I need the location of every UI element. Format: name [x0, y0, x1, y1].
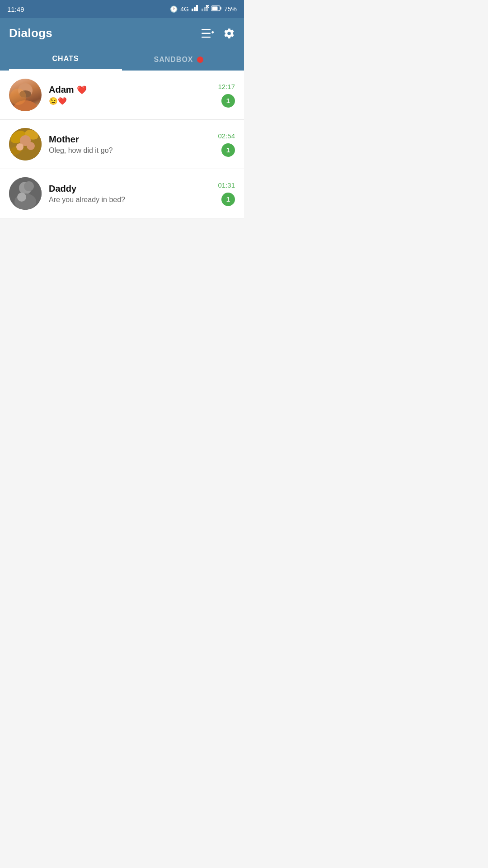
header-actions	[202, 28, 235, 39]
svg-rect-12	[202, 33, 211, 34]
status-right: 🕐 4G 75%	[170, 5, 237, 14]
battery-label: 75%	[224, 5, 237, 13]
chat-item-mother[interactable]: Mother Oleg, how did it go? 02:54 1	[0, 120, 244, 169]
sandbox-notification-dot	[197, 57, 203, 63]
svg-marker-4	[204, 7, 206, 11]
chat-time-daddy: 01:31	[218, 181, 235, 189]
chat-list: Adam ❤️ 😉❤️ 12:17 1	[0, 71, 244, 218]
svg-point-27	[16, 143, 23, 151]
chat-name-mother: Mother	[49, 134, 79, 145]
battery-icon	[211, 5, 221, 13]
chat-content-mother: Mother Oleg, how did it go?	[49, 134, 213, 155]
unread-badge-adam: 1	[221, 94, 235, 108]
svg-marker-2	[196, 5, 198, 11]
tabs: CHATS SANDBOX	[9, 48, 235, 71]
status-time: 11:49	[7, 5, 24, 13]
signal-x-icon	[202, 5, 209, 14]
svg-point-32	[24, 181, 34, 191]
clock-icon: 🕐	[170, 5, 178, 13]
avatar-mother	[9, 128, 42, 160]
signal-icon	[192, 5, 199, 14]
chat-name-adam: Adam	[49, 85, 74, 95]
svg-rect-11	[202, 29, 211, 30]
chat-name-row-adam: Adam ❤️	[49, 85, 213, 95]
chat-content-daddy: Daddy Are you already in bed?	[49, 184, 213, 204]
chat-time-mother: 02:54	[218, 132, 235, 140]
network-label: 4G	[180, 5, 189, 13]
svg-point-19	[10, 89, 26, 105]
chat-name-row-mother: Mother	[49, 134, 213, 145]
unread-badge-mother: 1	[221, 143, 235, 157]
tab-sandbox[interactable]: SANDBOX	[122, 49, 235, 70]
chat-item-adam[interactable]: Adam ❤️ 😉❤️ 12:17 1	[0, 71, 244, 120]
chat-name-daddy: Daddy	[49, 184, 76, 194]
settings-icon[interactable]	[223, 28, 235, 39]
chat-name-emoji-adam: ❤️	[77, 85, 87, 95]
chat-preview-adam: 😉❤️	[49, 97, 213, 105]
add-chat-icon[interactable]	[202, 28, 214, 39]
chat-content-adam: Adam ❤️ 😉❤️	[49, 85, 213, 105]
svg-point-26	[27, 142, 35, 150]
chat-meta-daddy: 01:31 1	[218, 181, 235, 206]
svg-rect-15	[212, 31, 214, 33]
page-title: Dialogs	[9, 26, 52, 40]
header-top: Dialogs	[9, 26, 235, 40]
chat-name-row-daddy: Daddy	[49, 184, 213, 194]
svg-rect-13	[202, 37, 211, 38]
chat-item-daddy[interactable]: Daddy Are you already in bed? 01:31 1	[0, 169, 244, 218]
svg-rect-9	[212, 7, 217, 10]
svg-marker-1	[194, 7, 196, 11]
header: Dialogs CHATS SANDBOX	[0, 18, 244, 71]
chat-meta-adam: 12:17 1	[218, 83, 235, 108]
unread-badge-daddy: 1	[221, 193, 235, 206]
avatar-adam	[9, 79, 42, 111]
tab-sandbox-label: SANDBOX	[154, 56, 193, 64]
chat-meta-mother: 02:54 1	[218, 132, 235, 157]
svg-marker-0	[192, 9, 193, 11]
tab-chats[interactable]: CHATS	[9, 48, 122, 71]
status-bar: 11:49 🕐 4G	[0, 0, 244, 18]
chat-time-adam: 12:17	[218, 83, 235, 90]
chat-preview-daddy: Are you already in bed?	[49, 196, 213, 204]
svg-marker-3	[202, 9, 203, 11]
svg-rect-10	[220, 7, 221, 9]
avatar-daddy	[9, 177, 42, 210]
chat-preview-emoji-adam: 😉❤️	[49, 97, 67, 105]
svg-point-31	[17, 193, 26, 202]
chat-preview-mother: Oleg, how did it go?	[49, 146, 213, 155]
